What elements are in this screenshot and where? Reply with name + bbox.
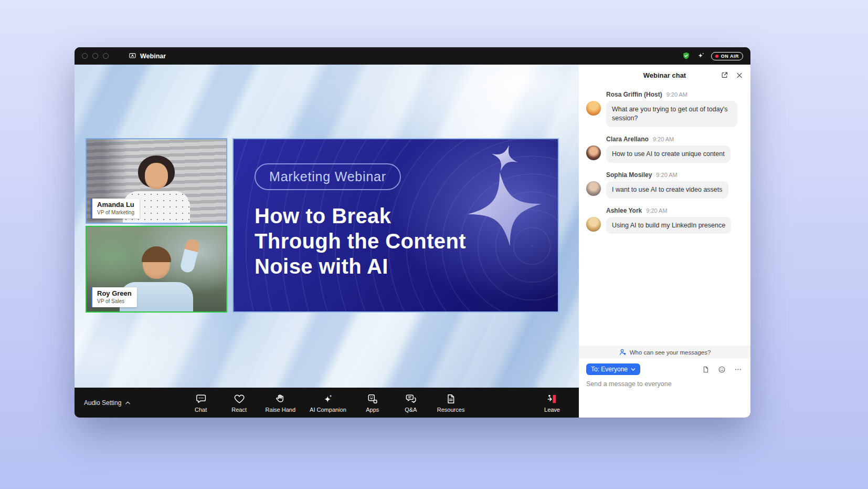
avatar — [586, 145, 601, 160]
chat-header-icons — [719, 70, 744, 80]
privacy-note-button[interactable]: Who can see your messages? — [579, 346, 750, 359]
message-meta: Rosa Griffin (Host) 9:20 AM — [606, 91, 743, 98]
maximize-window-button[interactable] — [103, 53, 109, 59]
toolbar-label: React — [231, 406, 247, 412]
chat-title: Webinar chat — [643, 71, 686, 79]
toolbar-label: Apps — [366, 406, 379, 412]
emoji-button[interactable] — [717, 365, 727, 374]
shared-slide: Marketing Webinar How to Break Through t… — [232, 138, 559, 313]
qa-button[interactable]: Q&A — [399, 393, 423, 412]
leave-button[interactable]: Leave — [544, 393, 560, 412]
message-time: 9:20 AM — [666, 91, 687, 98]
participant-role: VP of Marketing — [97, 209, 134, 216]
minimize-window-button[interactable] — [92, 53, 98, 59]
message-time: 9:20 AM — [646, 207, 667, 214]
participant-name: Roy Green — [97, 289, 132, 298]
chat-composer: To: Everyone — [579, 359, 750, 418]
message-input[interactable]: Send a message to everyone — [586, 380, 743, 388]
attach-file-button[interactable] — [701, 365, 711, 374]
message-author: Clara Arellano — [606, 136, 649, 143]
chevron-up-icon — [125, 401, 131, 405]
more-options-button[interactable] — [733, 365, 743, 374]
video-stage: Amanda Lu VP of Marketing Roy Green VP o… — [75, 65, 579, 388]
message-bubble: Using AI to build my LinkedIn presence — [606, 217, 731, 234]
ellipsis-icon — [734, 366, 742, 373]
pop-out-chat-button[interactable] — [719, 70, 729, 80]
window-title-text: Webinar — [140, 53, 166, 60]
leave-label: Leave — [544, 406, 560, 412]
message-author: Rosa Griffin (Host) — [606, 91, 662, 98]
amanda-face — [145, 163, 168, 189]
message-time: 9:20 AM — [653, 136, 674, 142]
meeting-toolbar: Audio Setting Chat React — [75, 388, 579, 418]
toolbar-label: AI Companion — [310, 406, 346, 412]
react-button[interactable]: React — [227, 393, 251, 412]
toolbar-label: Q&A — [405, 406, 417, 412]
resources-button[interactable]: Resources — [437, 393, 465, 412]
ai-companion-button[interactable]: AI Companion — [310, 393, 346, 412]
window-title: Webinar — [129, 52, 166, 60]
message-meta: Ashlee York 9:20 AM — [606, 207, 743, 214]
emoji-icon — [718, 366, 726, 373]
composer-icons — [701, 365, 743, 374]
message-author: Ashlee York — [606, 207, 642, 214]
close-chat-button[interactable] — [735, 70, 744, 80]
titlebar: Webinar ON AIR — [75, 47, 750, 65]
audio-setting-button[interactable]: Audio Setting — [84, 399, 131, 407]
chat-message-list: Rosa Griffin (Host) 9:20 AM What are you… — [579, 86, 750, 346]
to-everyone-selector[interactable]: To: Everyone — [586, 363, 640, 375]
chevron-down-icon — [631, 368, 636, 371]
webinar-icon — [129, 52, 136, 60]
file-icon — [702, 366, 710, 373]
window-controls — [82, 53, 109, 59]
avatar — [586, 101, 601, 116]
chat-button[interactable]: Chat — [189, 393, 213, 412]
chat-message: Rosa Griffin (Host) 9:20 AM What are you… — [586, 91, 743, 127]
on-air-badge: ON AIR — [711, 52, 743, 60]
message-meta: Sophia Mosiley 9:20 AM — [606, 171, 743, 179]
toolbar-center-group: Chat React Raise Hand — [189, 393, 465, 412]
webinar-window: Webinar ON AIR — [75, 47, 750, 418]
video-tile-roy[interactable]: Roy Green VP of Sales — [86, 226, 227, 313]
security-shield-icon[interactable] — [682, 51, 691, 60]
chat-panel: Webinar chat Rosa Griffin (Hos — [579, 65, 750, 418]
slide-title: How to Break Through the Content Noise w… — [255, 203, 466, 279]
message-author: Sophia Mosiley — [606, 171, 652, 179]
chat-message: Sophia Mosiley 9:20 AM I want to use AI … — [586, 171, 743, 199]
message-bubble: How to use AI to create unique content — [606, 145, 731, 163]
raise-hand-button[interactable]: Raise Hand — [266, 393, 295, 412]
message-time: 9:20 AM — [656, 172, 677, 178]
sparkle-icon — [322, 393, 334, 404]
resources-icon — [445, 393, 457, 404]
toolbar-label: Raise Hand — [266, 406, 295, 412]
nametag-roy: Roy Green VP of Sales — [91, 287, 137, 307]
slide-badge: Marketing Webinar — [255, 163, 401, 190]
nametag-amanda: Amanda Lu VP of Marketing — [91, 199, 140, 219]
on-air-label: ON AIR — [721, 54, 739, 59]
composer-row: To: Everyone — [586, 363, 743, 375]
message-meta: Clara Arellano 9:20 AM — [606, 136, 743, 143]
close-icon — [736, 71, 743, 79]
message-bubble: I want to use AI to create video assets — [606, 181, 728, 199]
chat-message: Ashlee York 9:20 AM Using AI to build my… — [586, 207, 743, 234]
on-air-dot — [715, 55, 718, 58]
privacy-note-text: Who can see your messages? — [630, 349, 711, 356]
leave-icon — [546, 393, 558, 404]
chat-message: Clara Arellano 9:20 AM How to use AI to … — [586, 136, 743, 163]
pop-out-icon — [721, 71, 728, 79]
audio-setting-label: Audio Setting — [84, 399, 121, 407]
participant-name: Amanda Lu — [97, 201, 134, 209]
sparkle-decoration-large — [463, 167, 547, 251]
close-window-button[interactable] — [82, 53, 88, 59]
avatar — [586, 181, 601, 196]
toolbar-label: Resources — [437, 406, 465, 412]
qa-icon — [405, 393, 417, 404]
video-tile-amanda[interactable]: Amanda Lu VP of Marketing — [86, 138, 227, 224]
message-bubble: What are you trying to get out of today'… — [606, 101, 737, 127]
toolbar-label: Chat — [195, 406, 207, 412]
titlebar-right: ON AIR — [682, 51, 743, 60]
heart-icon — [234, 393, 245, 404]
chat-header: Webinar chat — [579, 65, 750, 86]
ai-companion-status-icon[interactable] — [696, 51, 705, 60]
apps-button[interactable]: Apps — [361, 393, 385, 412]
